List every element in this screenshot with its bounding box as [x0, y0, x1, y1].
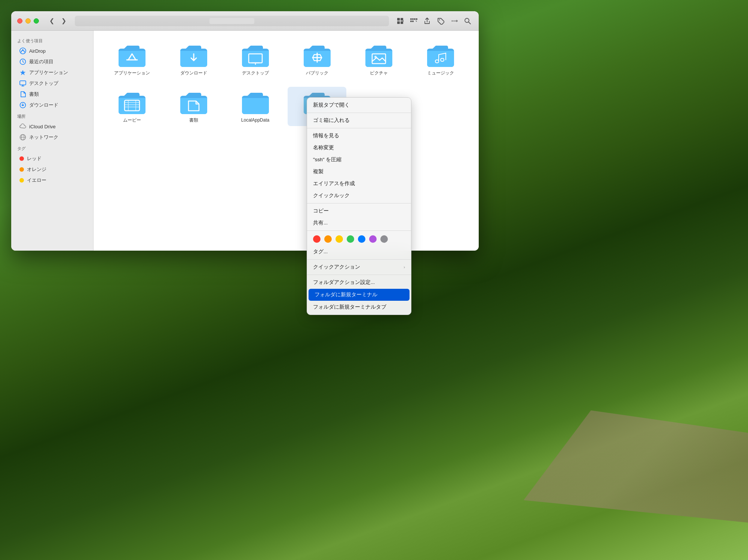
svg-rect-3 — [401, 21, 403, 24]
ctx-new-terminal-tab[interactable]: フォルダに新規ターミナルタブ — [307, 301, 411, 313]
ctx-tag-blue[interactable] — [358, 235, 365, 243]
back-button[interactable]: ❮ — [46, 16, 57, 26]
minimize-button[interactable] — [25, 18, 31, 24]
ctx-tag-orange[interactable] — [324, 235, 332, 243]
ctx-trash[interactable]: ゴミ箱に入れる — [307, 114, 411, 126]
ctx-folder-action[interactable]: フォルダアクション設定... — [307, 276, 411, 288]
folder-localappdata[interactable]: LocalAppData — [226, 87, 285, 126]
locations-label: 場所 — [11, 111, 93, 121]
folder-label-applications: アプリケーション — [114, 70, 150, 76]
sidebar-item-tag-yellow[interactable]: イエロー — [13, 175, 91, 186]
ctx-divider-3 — [307, 203, 411, 204]
svg-rect-5 — [412, 18, 414, 20]
main-content: アプリケーション ダウンロード — [94, 31, 479, 251]
sidebar-item-airdrop[interactable]: AirDrop — [13, 46, 91, 56]
applications-icon — [19, 69, 26, 76]
sidebar-icloud-label: iCloud Drive — [29, 124, 56, 129]
recents-icon — [19, 58, 26, 65]
sidebar-downloads-label: ダウンロード — [29, 102, 58, 108]
ctx-compress[interactable]: "ssh" を圧縮 — [307, 154, 411, 166]
sidebar-item-recents[interactable]: 最近の項目 — [13, 56, 91, 67]
ctx-tag-yellow[interactable] — [335, 235, 343, 243]
folder-label-desktop: デスクトップ — [242, 70, 269, 76]
ctx-tag-green[interactable] — [347, 235, 354, 243]
sidebar-item-downloads[interactable]: ダウンロード — [13, 100, 91, 110]
sidebar-item-documents[interactable]: 書類 — [13, 89, 91, 100]
sidebar-item-applications[interactable]: アプリケーション — [13, 67, 91, 78]
sidebar-item-network[interactable]: ネットワーク — [13, 132, 91, 143]
ctx-tag-gray[interactable] — [380, 235, 388, 243]
ctx-alias-label: エイリアスを作成 — [313, 180, 355, 187]
svg-rect-18 — [20, 81, 26, 85]
svg-rect-1 — [401, 18, 403, 21]
sidebar-item-desktop[interactable]: デスクトップ — [13, 78, 91, 89]
view-grid-icon[interactable] — [395, 16, 405, 26]
forward-button[interactable]: ❯ — [58, 16, 69, 26]
ctx-rename[interactable]: 名称変更 — [307, 142, 411, 154]
address-bar — [75, 16, 389, 26]
ctx-quicklook-label: クイックルック — [313, 192, 350, 199]
folder-desktop[interactable]: デスクトップ — [226, 40, 285, 79]
svg-point-16 — [22, 49, 24, 51]
ctx-tag-purple[interactable] — [369, 235, 377, 243]
ctx-open-tab[interactable]: 新規タブで開く — [307, 99, 411, 111]
folder-label-music: ミュージック — [427, 70, 454, 76]
tag-dot-orange — [19, 167, 24, 172]
folder-label-public: パブリック — [306, 70, 328, 76]
ctx-quicklook[interactable]: クイックルック — [307, 190, 411, 202]
ctx-copy[interactable]: コピー — [307, 205, 411, 217]
ctx-rename-label: 名称変更 — [313, 144, 334, 151]
ctx-quick-actions-chevron: › — [404, 265, 405, 269]
share-icon[interactable] — [422, 16, 432, 26]
ctx-new-terminal-label: フォルダに新規ターミナル — [315, 291, 377, 298]
folder-documents[interactable]: 書類 — [164, 87, 223, 126]
folder-icon-downloads — [179, 43, 209, 68]
folder-label-localappdata: LocalAppData — [241, 117, 269, 123]
ctx-new-terminal[interactable]: フォルダに新規ターミナル — [309, 289, 410, 301]
zoom-button[interactable] — [34, 18, 39, 24]
ctx-info[interactable]: 情報を見る — [307, 130, 411, 142]
more-icon[interactable] — [449, 16, 459, 26]
network-icon — [19, 134, 26, 141]
ctx-folder-action-label: フォルダアクション設定... — [313, 279, 375, 286]
folder-pictures[interactable]: ピクチャ — [349, 40, 408, 79]
folder-grid: アプリケーション ダウンロード — [102, 40, 470, 126]
ctx-copy-label: コピー — [313, 208, 329, 214]
ctx-quick-actions[interactable]: クイックアクション › — [307, 261, 411, 273]
ctx-share[interactable]: 共有... — [307, 217, 411, 229]
folder-icon-localappdata — [240, 90, 270, 115]
sidebar-item-icloud[interactable]: iCloud Drive — [13, 121, 91, 132]
ctx-duplicate-label: 複製 — [313, 168, 324, 175]
ctx-divider-2 — [307, 128, 411, 128]
folder-applications[interactable]: アプリケーション — [102, 40, 161, 79]
ctx-trash-label: ゴミ箱に入れる — [313, 117, 350, 124]
ctx-alias[interactable]: エイリアスを作成 — [307, 178, 411, 190]
folder-label-documents: 書類 — [189, 117, 198, 123]
close-button[interactable] — [17, 18, 22, 24]
folder-public[interactable]: パブリック — [288, 40, 346, 79]
icloud-icon — [19, 123, 26, 130]
airdrop-icon — [19, 48, 26, 54]
folder-music[interactable]: ミュージック — [411, 40, 470, 79]
sidebar-desktop-label: デスクトップ — [29, 80, 58, 87]
sidebar-item-tag-red[interactable]: レッド — [13, 153, 91, 164]
sidebar-item-tag-orange[interactable]: オレンジ — [13, 164, 91, 175]
folder-label-movies: ムービー — [123, 117, 141, 123]
svg-rect-9 — [412, 21, 414, 22]
view-options-icon[interactable] — [408, 16, 419, 26]
ctx-duplicate[interactable]: 複製 — [307, 166, 411, 178]
ctx-tag-menu[interactable]: タグ... — [307, 246, 411, 258]
folder-movies[interactable]: ムービー — [102, 87, 161, 126]
folder-downloads[interactable]: ダウンロード — [164, 40, 223, 79]
svg-rect-4 — [410, 18, 412, 20]
ctx-tag-red[interactable] — [313, 235, 321, 243]
sidebar-tag-orange-label: オレンジ — [27, 166, 46, 173]
svg-rect-8 — [410, 21, 412, 22]
folder-icon-music — [426, 43, 456, 68]
svg-rect-0 — [397, 18, 400, 21]
svg-point-14 — [465, 18, 469, 22]
svg-point-11 — [452, 20, 453, 21]
tag-icon[interactable] — [435, 16, 446, 26]
search-icon[interactable] — [462, 16, 473, 26]
address-text — [209, 18, 254, 24]
